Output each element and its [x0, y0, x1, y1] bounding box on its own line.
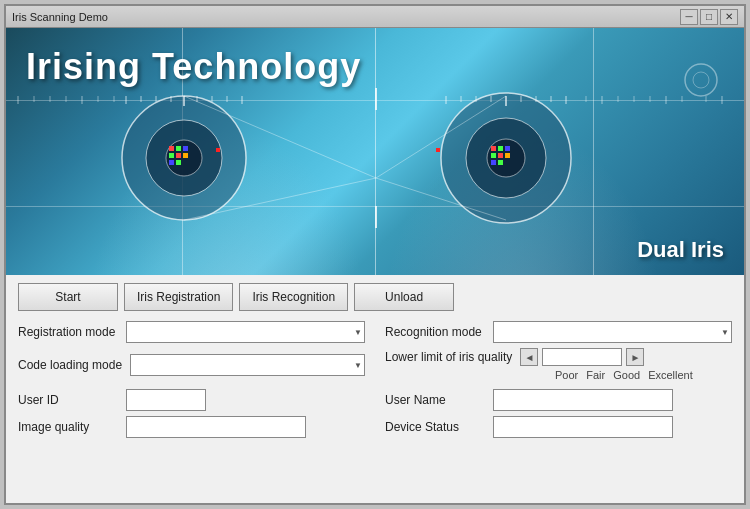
user-id-row: User ID: [18, 389, 365, 411]
svg-rect-10: [183, 153, 188, 158]
unload-button[interactable]: Unload: [354, 283, 454, 311]
registration-mode-row: Registration mode: [18, 321, 365, 343]
svg-rect-26: [491, 146, 496, 151]
svg-rect-33: [505, 153, 510, 158]
quality-fair-label: Fair: [586, 369, 605, 381]
svg-rect-11: [216, 148, 220, 152]
registration-mode-select-wrapper: [126, 321, 365, 343]
svg-rect-8: [169, 160, 174, 165]
image-quality-input[interactable]: [126, 416, 306, 438]
iris-quality-row: Lower limit of iris quality ◄ ►: [385, 348, 732, 366]
close-button[interactable]: ✕: [720, 9, 738, 25]
svg-rect-5: [183, 146, 188, 151]
recognition-mode-row: Recognition mode: [385, 321, 732, 343]
svg-rect-32: [498, 160, 503, 165]
title-buttons: ─ □ ✕: [680, 9, 738, 25]
code-loading-mode-select[interactable]: [130, 354, 365, 376]
quality-increase-button[interactable]: ►: [626, 348, 644, 366]
bottom-rows: User ID User Name Image quality Device S…: [18, 389, 732, 438]
quality-slider-track[interactable]: [542, 348, 622, 366]
restore-button[interactable]: □: [700, 9, 718, 25]
device-status-input[interactable]: [493, 416, 673, 438]
registration-mode-select[interactable]: [126, 321, 365, 343]
code-loading-mode-label: Code loading mode: [18, 358, 122, 372]
code-loading-mode-select-wrapper: [130, 354, 365, 376]
recognition-mode-label: Recognition mode: [385, 325, 485, 339]
recognition-mode-select[interactable]: [493, 321, 732, 343]
quality-poor-label: Poor: [555, 369, 578, 381]
iris-registration-button[interactable]: Iris Registration: [124, 283, 233, 311]
quality-excellent-label: Excellent: [648, 369, 693, 381]
main-window: Iris Scanning Demo ─ □ ✕: [4, 4, 746, 505]
minimize-button[interactable]: ─: [680, 9, 698, 25]
user-id-input[interactable]: [126, 389, 206, 411]
device-status-row: Device Status: [385, 416, 732, 438]
dual-iris-label: Dual Iris: [637, 237, 724, 263]
quality-good-label: Good: [613, 369, 640, 381]
svg-rect-27: [498, 146, 503, 151]
iris-recognition-button[interactable]: Iris Recognition: [239, 283, 348, 311]
device-status-label: Device Status: [385, 420, 485, 434]
banner-title: Irising Technology: [26, 46, 361, 88]
banner: Irising Technology Dual Iris: [6, 28, 744, 275]
user-name-row: User Name: [385, 389, 732, 411]
user-name-label: User Name: [385, 393, 485, 407]
image-quality-row: Image quality: [18, 416, 365, 438]
svg-point-65: [693, 72, 709, 88]
svg-rect-28: [505, 146, 510, 151]
quality-slider-wrapper: ◄ ►: [520, 348, 644, 366]
window-title: Iris Scanning Demo: [12, 11, 108, 23]
svg-rect-34: [436, 148, 440, 152]
controls-area: Start Iris Registration Iris Recognition…: [6, 275, 744, 503]
quality-decrease-button[interactable]: ◄: [520, 348, 538, 366]
svg-rect-4: [176, 146, 181, 151]
iris-quality-section: Lower limit of iris quality ◄ ► Poor Fai…: [385, 348, 732, 381]
code-loading-mode-row: Code loading mode: [18, 348, 365, 381]
image-quality-label: Image quality: [18, 420, 118, 434]
form-grid: Registration mode Recognition mode: [18, 321, 732, 381]
user-name-input[interactable]: [493, 389, 673, 411]
svg-rect-6: [169, 153, 174, 158]
svg-rect-31: [491, 160, 496, 165]
iris-quality-label: Lower limit of iris quality: [385, 350, 512, 364]
user-id-label: User ID: [18, 393, 118, 407]
registration-mode-label: Registration mode: [18, 325, 118, 339]
svg-rect-30: [498, 153, 503, 158]
svg-rect-3: [169, 146, 174, 151]
svg-point-64: [685, 64, 717, 96]
recognition-mode-select-wrapper: [493, 321, 732, 343]
svg-rect-9: [176, 160, 181, 165]
svg-rect-7: [176, 153, 181, 158]
quality-labels-row: Poor Fair Good Excellent: [555, 369, 732, 381]
title-bar: Iris Scanning Demo ─ □ ✕: [6, 6, 744, 28]
start-button[interactable]: Start: [18, 283, 118, 311]
svg-rect-29: [491, 153, 496, 158]
button-row: Start Iris Registration Iris Recognition…: [18, 283, 732, 311]
